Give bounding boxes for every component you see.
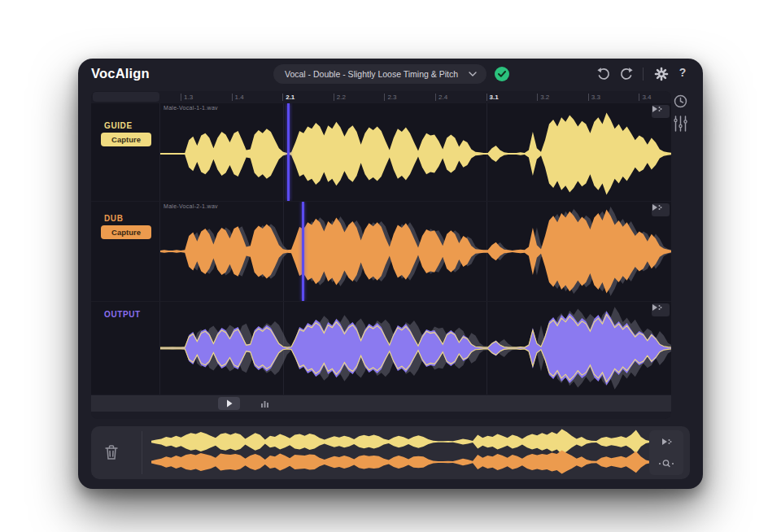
desktop-stage: VocAlign Vocal - Double - Slightly Loose… — [0, 0, 781, 532]
guide-waveform — [160, 103, 671, 201]
output-sync-icon[interactable] — [652, 303, 670, 316]
gear-icon[interactable] — [654, 67, 669, 81]
status-ok-icon — [495, 67, 509, 81]
preset-dropdown-value: Vocal - Double - Slightly Loose Timing &… — [273, 69, 464, 79]
output-track-label: OUTPUT — [104, 310, 141, 319]
dub-waveform — [160, 202, 671, 301]
ruler-tick: 3.3 — [588, 93, 600, 101]
play-button[interactable] — [218, 397, 240, 410]
ruler-ticks: 1.31.42.12.22.32.43.13.23.33.4 — [159, 91, 671, 102]
output-track-row: OUTPUT — [91, 302, 671, 395]
guide-playhead — [287, 103, 290, 201]
app-title: VocAlign — [91, 66, 150, 81]
ruler-tick: 1.4 — [232, 93, 244, 101]
header-divider — [643, 68, 644, 81]
chevron-down-icon — [464, 72, 486, 76]
output-waveform-lane[interactable] — [159, 302, 671, 395]
analysis-chart-icon[interactable] — [259, 398, 272, 409]
ruler-tick: 2.1 — [282, 93, 295, 101]
dub-file-name: Male-Vocal-2-1.wav — [164, 203, 218, 209]
guide-label-column: GUIDE Capture — [91, 103, 159, 201]
overview-panel — [91, 426, 690, 479]
dub-label-column: DUB Capture — [91, 202, 159, 301]
ruler-tick: 3.4 — [639, 93, 651, 101]
dub-track-row: DUB Capture Male-Vocal-2-1.wav — [91, 202, 671, 301]
guide-waveform-lane[interactable]: Male-Vocal-1-1.wav — [159, 103, 671, 201]
help-button[interactable]: ? — [676, 66, 689, 82]
ruler-tick: 2.3 — [384, 93, 396, 101]
trash-icon[interactable] — [101, 440, 122, 464]
output-waveform — [160, 302, 671, 395]
ruler-left-cap — [93, 92, 159, 102]
ruler-tick: 1.3 — [181, 93, 193, 101]
history-clock-icon[interactable] — [674, 94, 687, 111]
overview-sync-icon[interactable] — [649, 431, 683, 452]
vocalign-window: VocAlign Vocal - Double - Slightly Loose… — [78, 59, 703, 489]
preset-dropdown[interactable]: Vocal - Double - Slightly Loose Timing &… — [273, 64, 486, 84]
guide-track-label: GUIDE — [104, 121, 133, 130]
undo-icon[interactable] — [596, 67, 611, 81]
zoom-control-icon[interactable] — [649, 453, 683, 474]
timeline-ruler[interactable]: 1.31.42.12.22.32.43.13.23.33.4 — [91, 91, 671, 102]
ruler-tick: 2.2 — [334, 93, 346, 101]
dub-waveform-lane[interactable]: Male-Vocal-2-1.wav — [159, 202, 671, 301]
track-area: 1.31.42.12.22.32.43.13.23.33.4 GUIDE Cap… — [91, 91, 671, 419]
guide-track-row: GUIDE Capture Male-Vocal-1-1.wav — [91, 103, 671, 201]
overview-waveforms[interactable] — [150, 426, 656, 479]
ruler-tick: 3.1 — [486, 93, 499, 101]
dub-track-label: DUB — [104, 214, 123, 223]
ruler-tick: 2.4 — [435, 93, 447, 101]
guide-file-name: Male-Vocal-1-1.wav — [164, 105, 218, 111]
redo-icon[interactable] — [619, 67, 634, 81]
guide-sync-icon[interactable] — [652, 105, 670, 118]
overview-divider — [142, 431, 142, 474]
output-label-column: OUTPUT — [91, 302, 159, 395]
transport-toolbar — [91, 395, 671, 412]
header-bar: VocAlign Vocal - Double - Slightly Loose… — [78, 59, 703, 89]
dub-playhead — [302, 202, 304, 301]
dub-sync-icon[interactable] — [652, 203, 670, 216]
settings-sliders-icon[interactable] — [673, 116, 688, 135]
dub-capture-button[interactable]: Capture — [101, 225, 151, 239]
guide-capture-button[interactable]: Capture — [101, 133, 151, 146]
ruler-tick: 3.2 — [537, 93, 549, 101]
overview-tools — [649, 430, 683, 475]
